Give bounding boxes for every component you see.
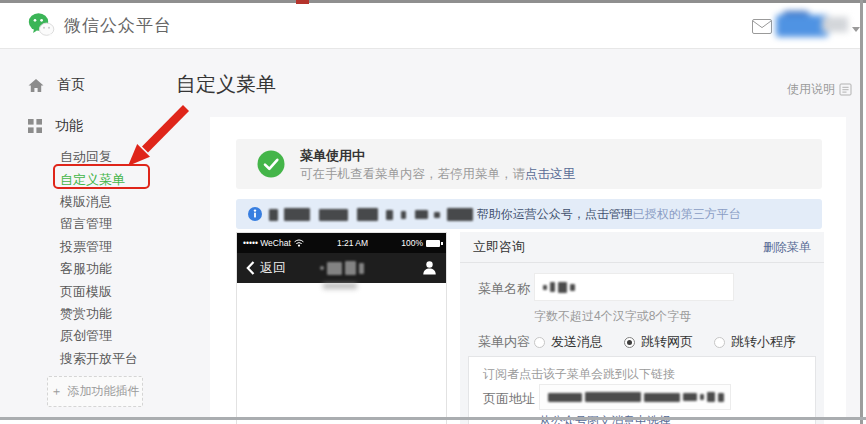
sidebar-item-home[interactable]: 首页 bbox=[28, 76, 85, 94]
delete-menu-link[interactable]: 删除菜单 bbox=[763, 239, 811, 256]
wechat-logo-icon bbox=[28, 12, 55, 38]
usage-help-link[interactable]: 使用说明 bbox=[787, 81, 852, 98]
editor-header: 立即咨询 删除菜单 bbox=[460, 232, 824, 263]
info-circle-icon bbox=[248, 207, 262, 221]
menu-status-title: 菜单使用中 bbox=[300, 147, 365, 165]
sidebar-item-search-open-platform[interactable]: 搜索开放平台 bbox=[60, 348, 138, 370]
brand: 微信公众平台 bbox=[28, 12, 172, 38]
jump-tip: 订阅者点击该子菜单会跳到以下链接 bbox=[483, 366, 675, 383]
phone-carrier: ••••• WeChat bbox=[243, 238, 291, 248]
authorized-platforms-link[interactable]: 已授权的第三方平台 bbox=[633, 206, 741, 223]
page-url-label: 页面地址 bbox=[483, 390, 535, 408]
account-menu[interactable] bbox=[776, 13, 848, 39]
wifi-icon bbox=[294, 239, 304, 247]
radio-jump-webpage[interactable]: 跳转网页 bbox=[624, 333, 693, 351]
sidebar-item-vote-management[interactable]: 投票管理 bbox=[60, 236, 138, 258]
sidebar-item-original-management[interactable]: 原创管理 bbox=[60, 325, 138, 347]
content-card: 菜单使用中 可在手机查看菜单内容，若停用菜单，请点击这里 帮助你运营公众号，点击… bbox=[210, 117, 846, 424]
page-url-input[interactable] bbox=[539, 384, 731, 410]
sidebar-section-label: 功能 bbox=[55, 117, 83, 135]
page-title: 自定义菜单 bbox=[176, 71, 276, 98]
phone-battery-pct: 100% bbox=[401, 238, 423, 248]
third-party-info-banner: 帮助你运营公众号，点击管理已授权的第三方平台 bbox=[236, 199, 822, 229]
window-bottom-border bbox=[0, 417, 866, 420]
radio-jump-miniprogram[interactable]: 跳转小程序 bbox=[714, 333, 796, 351]
phone-preview: ••••• WeChat 1:21 AM 100% bbox=[236, 232, 447, 424]
help-doc-icon bbox=[839, 83, 852, 96]
radio-send-message[interactable]: 发送消息 bbox=[534, 333, 603, 351]
add-plugin-label: 添加功能插件 bbox=[68, 383, 140, 400]
window-top-red-mark bbox=[296, 0, 309, 4]
sidebar-item-comment-management[interactable]: 留言管理 bbox=[60, 213, 138, 235]
info-banner-text: 帮助你运营公众号，点击管理 bbox=[477, 206, 633, 223]
caret-down-icon[interactable] bbox=[852, 27, 860, 32]
sidebar-item-page-template[interactable]: 页面模版 bbox=[60, 280, 138, 302]
menu-name-input[interactable] bbox=[534, 273, 734, 301]
app-header: 微信公众平台 bbox=[0, 3, 860, 49]
grid-icon bbox=[28, 119, 42, 133]
brand-title: 微信公众平台 bbox=[64, 14, 172, 37]
menu-name-label: 菜单名称 bbox=[478, 280, 530, 298]
phone-time: 1:21 AM bbox=[337, 238, 368, 248]
menu-editor-panel: 立即咨询 删除菜单 菜单名称 字数不超过4个汉字或8个字母 菜单内容 发送消息 … bbox=[460, 232, 824, 424]
usage-help-label: 使用说明 bbox=[787, 81, 835, 98]
add-plugin-button[interactable]: ＋ 添加功能插件 bbox=[47, 376, 143, 407]
sidebar-item-customer-service[interactable]: 客服功能 bbox=[60, 258, 138, 280]
window-top-border bbox=[0, 0, 866, 3]
plus-icon: ＋ bbox=[51, 383, 63, 400]
sidebar-home-label: 首页 bbox=[57, 76, 85, 94]
radio-circle-selected-icon bbox=[624, 337, 635, 348]
menu-name-hint: 字数不超过4个汉字或8个字母 bbox=[534, 308, 691, 325]
radio-circle-icon bbox=[714, 337, 725, 348]
menu-content-options: 发送消息 跳转网页 跳转小程序 bbox=[534, 333, 796, 351]
editing-menu-name: 立即咨询 bbox=[473, 238, 525, 256]
menu-status-desc: 可在手机查看菜单内容，若停用菜单，请点击这里 bbox=[300, 166, 575, 183]
redacted-account-name bbox=[776, 13, 848, 39]
sidebar-item-template-message[interactable]: 模版消息 bbox=[60, 191, 138, 213]
battery-icon bbox=[426, 240, 440, 247]
menu-status-banner: 菜单使用中 可在手机查看菜单内容，若停用菜单，请点击这里 bbox=[236, 139, 822, 189]
envelope-icon[interactable] bbox=[752, 19, 772, 34]
check-circle-icon bbox=[257, 150, 285, 178]
radio-circle-icon bbox=[534, 337, 545, 348]
home-icon bbox=[28, 78, 44, 93]
redacted-phone-title bbox=[237, 261, 446, 275]
menu-content-label: 菜单内容 bbox=[478, 333, 530, 351]
redacted-smudge bbox=[323, 283, 357, 289]
window-right-border bbox=[860, 0, 863, 424]
disable-menu-link[interactable]: 点击这里 bbox=[525, 167, 575, 181]
sidebar-section-features[interactable]: 功能 bbox=[28, 117, 83, 135]
phone-status-bar: ••••• WeChat 1:21 AM 100% bbox=[237, 233, 446, 253]
redacted-platform-name bbox=[269, 207, 477, 221]
red-arrow-icon bbox=[112, 100, 198, 180]
sidebar-item-reward[interactable]: 赞赏功能 bbox=[60, 303, 138, 325]
webpage-jump-box: 订阅者点击该子菜单会跳到以下链接 页面地址 从公众号图文消息中选择 bbox=[468, 356, 816, 424]
person-icon bbox=[422, 260, 437, 275]
phone-nav-bar: 返回 bbox=[237, 253, 446, 283]
